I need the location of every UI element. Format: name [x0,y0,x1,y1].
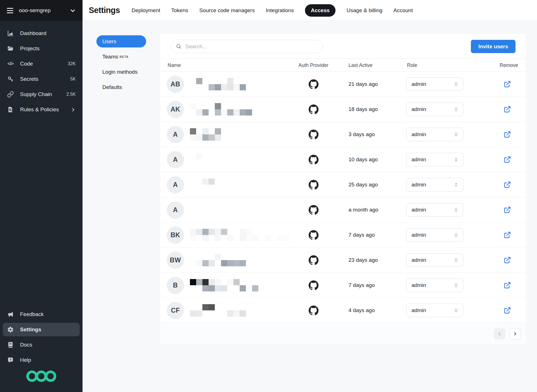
sidebar-item-projects[interactable]: Projects [0,41,83,56]
sidebar-item-label: Code [20,61,33,67]
tab-account[interactable]: Account [393,7,413,14]
hamburger-menu-icon[interactable] [7,8,13,13]
sidebar-item-label: Projects [20,45,40,52]
role-select[interactable]: admin [406,253,463,267]
last-active-value: 7 days ago [348,273,375,298]
github-icon [309,230,319,240]
role-value: admin [412,282,426,288]
chevron-right-icon [70,107,76,112]
column-header-remove: Remove [500,62,518,68]
subnav-item-users[interactable]: Users [96,35,146,47]
pagination-prev-button[interactable] [494,328,505,339]
user-row: Aa month agoadmin [160,197,526,223]
role-select[interactable]: admin [406,77,463,91]
role-value: admin [412,106,426,112]
sidebar-item-rules-policies[interactable]: Rules & Policies [0,102,83,117]
user-row: BW23 days agoadmin [160,248,526,273]
table-header: NameAuth ProviderLast ActiveRoleRemove [160,59,526,72]
subnav-item-teams[interactable]: TeamsBETA [96,51,146,63]
tab-source-code-managers[interactable]: Source code managers [199,7,255,14]
tab-access[interactable]: Access [305,4,336,17]
github-icon [309,79,319,89]
org-selector[interactable]: ooo-semgrep [0,0,83,21]
tab-usage-billing[interactable]: Usage & billing [347,7,382,14]
supply-chain-icon [7,91,14,98]
sidebar-item-supply-chain[interactable]: Supply Chain2.5K [0,87,83,102]
column-header-auth-provider: Auth Provider [298,62,328,68]
role-select[interactable]: admin [406,178,463,191]
role-select[interactable]: admin [406,128,463,141]
panel-toolbar: Invite users [160,34,526,59]
sidebar-item-dashboard[interactable]: Dashboard [0,26,83,41]
sidebar-item-secrets[interactable]: Secrets5K [0,71,83,87]
column-header-role: Role [407,62,417,68]
last-active-value: 18 days ago [348,97,378,122]
github-icon [309,130,319,140]
role-value: admin [412,182,426,188]
role-select[interactable]: admin [406,228,463,242]
tab-tokens[interactable]: Tokens [171,7,188,14]
tab-integrations[interactable]: Integrations [266,7,294,14]
role-select[interactable]: admin [406,103,463,116]
external-link-icon[interactable] [504,106,511,113]
search-input[interactable] [185,43,318,50]
page-title: Settings [89,6,120,15]
external-link-icon[interactable] [504,156,511,163]
redacted-user-name [190,78,292,90]
role-select[interactable]: admin [406,304,463,317]
external-link-icon[interactable] [504,256,511,264]
github-icon [309,255,319,265]
sidebar-item-feedback[interactable]: Feedback [0,307,83,322]
invite-users-button[interactable]: Invite users [471,40,516,53]
external-link-icon[interactable] [504,206,511,214]
sidebar-item-settings[interactable]: Settings [3,323,80,336]
external-link-icon[interactable] [504,181,511,188]
last-active-value: 25 days ago [348,172,378,197]
last-active-value: 23 days ago [348,248,378,273]
subnav-item-defaults[interactable]: Defaults [96,81,146,93]
external-link-icon[interactable] [504,282,511,289]
select-chevrons-icon [454,132,458,137]
role-value: admin [412,81,426,87]
last-active-value: 10 days ago [348,147,378,172]
role-select[interactable]: admin [406,203,463,217]
user-row: A3 days agoadmin [160,122,526,147]
org-name: ooo-semgrep [19,7,64,14]
external-link-icon[interactable] [504,307,511,314]
user-row: CF4 days agoadmin [160,298,526,323]
code-icon: </> [7,61,14,67]
sidebar-item-docs[interactable]: Docs [0,337,83,352]
user-row: BK7 days agoadmin [160,223,526,248]
sidebar-item-help[interactable]: ?Help [0,352,83,368]
sidebar-item-code[interactable]: </>Code32K [0,56,83,71]
role-select[interactable]: admin [406,278,463,292]
select-chevrons-icon [454,308,458,313]
last-active-value: a month ago [348,197,378,222]
external-link-icon[interactable] [504,80,511,88]
role-value: admin [412,207,426,213]
external-link-icon[interactable] [504,231,511,239]
count-badge: 32K [68,61,76,66]
tab-deployment[interactable]: Deployment [131,7,160,14]
rules-policies-icon [7,106,14,113]
search-icon [176,43,182,49]
avatar: B [167,277,184,294]
last-active-value: 21 days ago [348,72,378,97]
sidebar-item-label: Secrets [20,76,38,82]
user-row: AK18 days agoadmin [160,97,526,122]
avatar: BW [167,252,184,269]
help-icon: ? [7,357,14,363]
beta-badge: BETA [120,55,128,58]
search-box[interactable] [171,40,323,53]
subnav-item-login-methods[interactable]: Login methods [96,66,146,78]
projects-icon [7,45,14,52]
redacted-user-name [190,279,292,291]
user-row: A10 days agoadmin [160,147,526,172]
role-select[interactable]: admin [406,153,463,166]
avatar: A [167,126,184,143]
select-chevrons-icon [454,233,458,238]
external-link-icon[interactable] [504,131,511,138]
sidebar-item-label: Dashboard [20,30,46,36]
pagination-next-button[interactable] [509,328,521,339]
github-icon [309,306,319,315]
